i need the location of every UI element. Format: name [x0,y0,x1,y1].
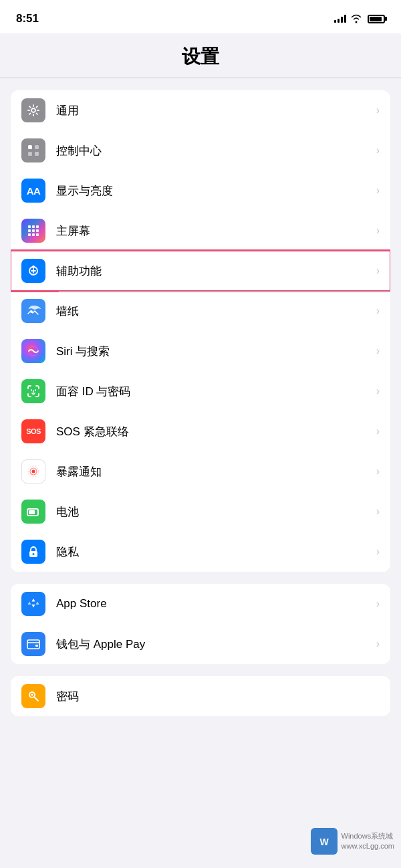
svg-rect-7 [36,225,39,228]
general-icon [21,98,45,122]
appstore-label: App Store [56,597,371,611]
svg-rect-1 [28,145,32,149]
settings-item-wallpaper[interactable]: 墙纸 › [11,291,390,331]
wallpaper-icon [21,299,45,323]
settings-section-3: 密码 › [11,676,390,716]
display-chevron: › [376,185,380,197]
page-title: 设置 [0,44,401,70]
svg-rect-8 [28,229,31,232]
status-time: 8:51 [16,12,39,25]
settings-item-battery[interactable]: 电池 › [11,492,390,532]
settings-section-1: 通用 › 控制中心 › AA 显示与亮度 › [11,90,390,572]
control-center-icon [21,138,45,162]
general-chevron: › [376,104,380,116]
wifi-icon [350,14,362,23]
svg-point-31 [31,694,33,696]
settings-item-passwords[interactable]: 密码 › [11,676,390,716]
sos-chevron: › [376,425,380,437]
svg-rect-13 [36,233,39,236]
header: 设置 [0,33,401,78]
settings-item-appstore[interactable]: App Store › [11,584,390,624]
svg-rect-11 [28,233,31,236]
status-bar: 8:51 [0,0,401,33]
wallet-label: 钱包与 Apple Pay [56,637,371,652]
sos-icon: SOS [21,419,45,443]
wallet-chevron: › [376,638,380,650]
svg-rect-12 [32,233,35,236]
appstore-chevron: › [376,598,380,610]
section-divider [0,78,401,78]
signal-icon [334,15,346,23]
privacy-icon [21,540,45,564]
svg-rect-29 [35,645,38,647]
siri-label: Siri 与搜索 [56,344,371,359]
battery-status-icon [368,15,385,23]
privacy-chevron: › [376,546,380,558]
svg-point-27 [33,553,35,555]
control-center-chevron: › [376,144,380,156]
accessibility-icon [21,259,45,283]
watermark-text: Windows系统城 www.xcLgg.com [342,831,394,852]
siri-chevron: › [376,345,380,357]
svg-rect-4 [35,152,39,156]
settings-item-display[interactable]: AA 显示与亮度 › [11,171,390,211]
svg-rect-6 [32,225,35,228]
faceid-chevron: › [376,385,380,397]
battery-chevron: › [376,506,380,518]
settings-item-privacy[interactable]: 隐私 › [11,532,390,572]
settings-item-general[interactable]: 通用 › [11,90,390,130]
settings-item-exposure[interactable]: 暴露通知 › [11,451,390,492]
svg-text:W: W [319,837,329,847]
faceid-label: 面容 ID 与密码 [56,384,371,399]
accessibility-chevron: › [376,265,380,277]
wallpaper-chevron: › [376,305,380,317]
homescreen-chevron: › [376,225,380,237]
settings-item-wallet[interactable]: 钱包与 Apple Pay › [11,624,390,664]
battery-label: 电池 [56,504,371,520]
display-label: 显示与亮度 [56,183,371,199]
watermark: W Windows系统城 www.xcLgg.com [311,828,394,855]
faceid-icon [21,379,45,403]
accessibility-label: 辅助功能 [56,263,371,279]
svg-rect-2 [35,145,39,149]
settings-section-2: App Store › 钱包与 Apple Pay › [11,584,390,664]
svg-rect-3 [28,152,32,156]
watermark-logo: W [311,828,338,855]
settings-item-siri[interactable]: Siri 与搜索 › [11,331,390,371]
appstore-icon [21,592,45,616]
wallet-icon [21,632,45,656]
exposure-label: 暴露通知 [56,464,371,479]
exposure-icon [21,459,45,483]
status-icons [334,14,385,23]
svg-rect-5 [28,225,31,228]
display-icon: AA [21,179,45,203]
svg-rect-9 [32,229,35,232]
passwords-icon [21,684,45,708]
wallpaper-label: 墙纸 [56,304,371,319]
control-center-label: 控制中心 [56,143,371,158]
svg-point-21 [32,470,35,473]
svg-rect-28 [27,640,39,649]
siri-icon [21,339,45,363]
privacy-label: 隐私 [56,544,371,560]
svg-point-0 [31,108,35,112]
homescreen-icon [21,219,45,243]
settings-item-homescreen[interactable]: 主屏幕 › [11,211,390,251]
general-label: 通用 [56,103,371,118]
exposure-chevron: › [376,465,380,477]
battery-icon [21,500,45,524]
passwords-label: 密码 [56,689,371,704]
homescreen-label: 主屏幕 [56,223,371,239]
settings-item-control-center[interactable]: 控制中心 › [11,130,390,171]
svg-rect-10 [36,229,39,232]
settings-item-sos[interactable]: SOS SOS 紧急联络 › [11,411,390,451]
svg-rect-25 [29,510,35,514]
sos-label: SOS 紧急联络 [56,424,371,439]
settings-item-accessibility[interactable]: 辅助功能 › [11,251,390,291]
settings-item-faceid[interactable]: 面容 ID 与密码 › [11,371,390,411]
